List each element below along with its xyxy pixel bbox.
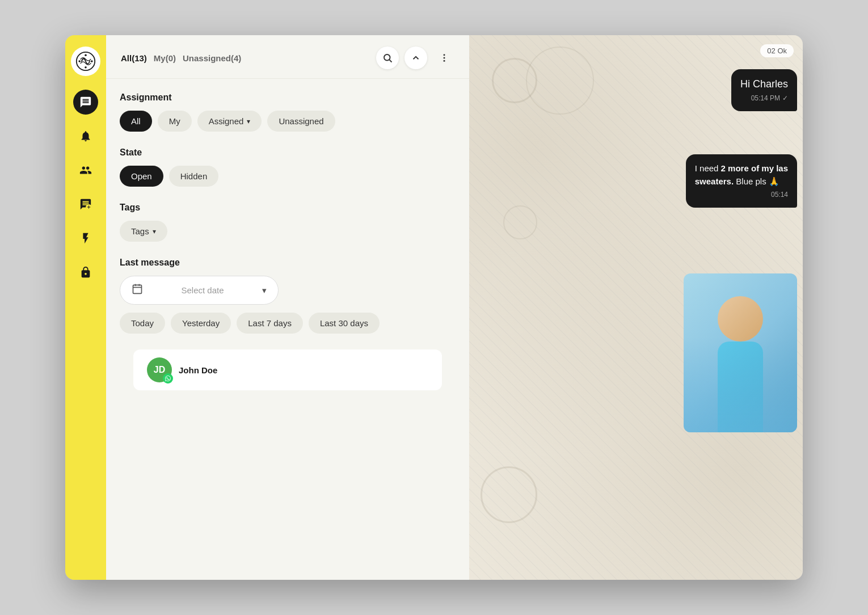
chip-last7[interactable]: Last 7 days bbox=[237, 313, 303, 334]
avatar-initials: JD bbox=[154, 365, 165, 375]
tab-my[interactable]: My(0) bbox=[153, 51, 177, 65]
tags-chips: Tags ▾ bbox=[120, 221, 456, 242]
msg-text-1: Hi Charles bbox=[740, 77, 788, 91]
chip-yesterday[interactable]: Yesterday bbox=[171, 313, 231, 334]
tags-chevron: ▾ bbox=[153, 228, 156, 235]
chip-my[interactable]: My bbox=[158, 111, 192, 132]
date-select-button[interactable]: Select date ▾ bbox=[120, 276, 279, 305]
chip-tags[interactable]: Tags ▾ bbox=[120, 221, 167, 242]
assignment-section: Assignment All My Assigned ▾ Unassigned bbox=[120, 92, 456, 132]
tags-title: Tags bbox=[120, 203, 456, 213]
msg-time-1: 05:14 PM ✓ bbox=[740, 94, 788, 103]
date-chevron: ▾ bbox=[262, 285, 267, 296]
chip-hidden[interactable]: Hidden bbox=[169, 166, 219, 187]
sidebar bbox=[65, 35, 106, 580]
svg-point-4 bbox=[85, 66, 87, 69]
chip-open[interactable]: Open bbox=[120, 166, 163, 187]
state-title: State bbox=[120, 148, 456, 158]
svg-point-1 bbox=[78, 60, 81, 62]
date-select-placeholder: Select date bbox=[149, 285, 256, 295]
state-section: State Open Hidden bbox=[120, 148, 456, 187]
svg-point-10 bbox=[444, 60, 445, 62]
bg-deco-circle4 bbox=[503, 205, 537, 239]
msg-bubble-2: I need 2 more of my lassweaters. Blue pl… bbox=[686, 154, 797, 208]
chip-today[interactable]: Today bbox=[120, 313, 165, 334]
chat-message-2: I need 2 more of my lassweaters. Blue pl… bbox=[686, 154, 797, 208]
state-chips: Open Hidden bbox=[120, 166, 456, 187]
tab-unassigned[interactable]: Unassigned(4) bbox=[182, 51, 242, 65]
msg-bubble-1: Hi Charles 05:14 PM ✓ bbox=[731, 69, 797, 111]
svg-point-2 bbox=[91, 60, 93, 62]
bg-deco-circle2 bbox=[526, 47, 594, 115]
chat-message-1: Hi Charles 05:14 PM ✓ bbox=[731, 69, 797, 111]
tab-all[interactable]: All(13) bbox=[120, 51, 148, 65]
chat-timestamp: 02 Ok bbox=[760, 44, 794, 57]
chat-nav-icon[interactable] bbox=[73, 90, 98, 115]
svg-point-6 bbox=[384, 54, 390, 61]
collapse-button[interactable] bbox=[404, 47, 427, 69]
svg-point-8 bbox=[444, 54, 445, 56]
body-placeholder bbox=[718, 342, 763, 432]
bolt-nav-icon[interactable] bbox=[73, 226, 98, 251]
add-chat-nav-icon[interactable] bbox=[73, 192, 98, 217]
date-quick-options: Today Yesterday Last 7 days Last 30 days bbox=[120, 313, 456, 334]
lock-nav-icon[interactable] bbox=[73, 260, 98, 285]
search-button[interactable] bbox=[376, 47, 399, 69]
image-preview-box bbox=[684, 273, 797, 432]
notifications-nav-icon[interactable] bbox=[73, 124, 98, 149]
svg-point-9 bbox=[444, 57, 445, 59]
contact-avatar: JD bbox=[147, 357, 172, 382]
app-logo bbox=[71, 47, 100, 76]
filter-header: All(13) My(0) Unassigned(4) bbox=[106, 35, 469, 79]
tags-section: Tags Tags ▾ bbox=[120, 203, 456, 242]
filter-header-actions bbox=[376, 47, 456, 69]
filter-body: Assignment All My Assigned ▾ Unassigned … bbox=[106, 79, 469, 580]
svg-line-7 bbox=[389, 60, 391, 62]
filter-tabs: All(13) My(0) Unassigned(4) bbox=[120, 51, 367, 65]
whatsapp-badge bbox=[163, 373, 173, 384]
chip-all[interactable]: All bbox=[120, 111, 152, 132]
msg-text-2: I need 2 more of my lassweaters. Blue pl… bbox=[695, 162, 788, 188]
calendar-icon bbox=[132, 283, 143, 297]
face-placeholder bbox=[718, 296, 763, 342]
chip-unassigned[interactable]: Unassigned bbox=[267, 111, 335, 132]
chat-area: 02 Ok Hi Charles 05:14 PM ✓ I need 2 mor… bbox=[469, 35, 803, 580]
contacts-nav-icon[interactable] bbox=[73, 158, 98, 183]
chip-assigned[interactable]: Assigned ▾ bbox=[197, 111, 262, 132]
contact-name: John Doe bbox=[179, 365, 217, 375]
contact-item[interactable]: JD John Doe bbox=[133, 349, 442, 390]
svg-rect-11 bbox=[133, 285, 142, 293]
assigned-chevron: ▾ bbox=[247, 117, 250, 125]
filter-panel: All(13) My(0) Unassigned(4) bbox=[106, 35, 469, 580]
bg-deco-circle3 bbox=[481, 466, 537, 523]
svg-point-3 bbox=[85, 54, 87, 56]
check-icon: ✓ bbox=[782, 94, 788, 103]
more-options-button[interactable] bbox=[433, 47, 456, 69]
assignment-chips: All My Assigned ▾ Unassigned bbox=[120, 111, 456, 132]
app-container: All(13) My(0) Unassigned(4) bbox=[65, 35, 803, 580]
last-message-title: Last message bbox=[120, 258, 456, 268]
msg-time-2: 05:14 bbox=[695, 190, 788, 200]
chat-image-preview bbox=[684, 273, 797, 432]
chip-last30[interactable]: Last 30 days bbox=[309, 313, 380, 334]
assignment-title: Assignment bbox=[120, 92, 456, 103]
last-message-section: Last message Select date ▾ Today bbox=[120, 258, 456, 334]
